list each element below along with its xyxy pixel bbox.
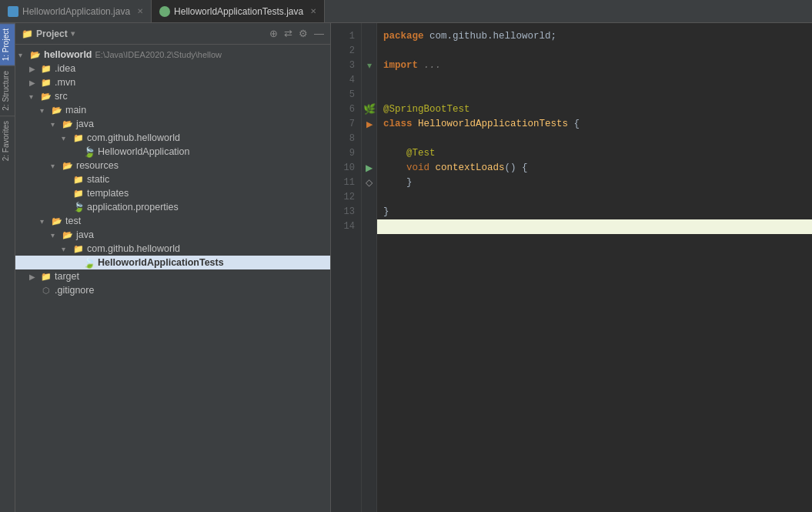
line-num-6: 6 <box>331 102 361 117</box>
code-line-9: @Test <box>383 146 812 161</box>
tree-arrow-mvn: ▶ <box>29 79 40 87</box>
code-line-3: import ... <box>383 59 812 73</box>
gear-icon[interactable]: ⚙ <box>299 28 308 39</box>
tree-arrow-idea: ▶ <box>29 65 40 73</box>
tree-item-helloworld[interactable]: ▾ 📂 helloworld E:\Java\IDEA2020.2\Study\… <box>15 48 330 62</box>
tree-label-idea: .idea <box>55 63 75 74</box>
tree-item-java-main[interactable]: ▾ 📂 java <box>15 117 330 131</box>
sync-icon[interactable]: ⇄ <box>284 28 292 39</box>
tree-arrow-com-test: ▾ <box>62 245 72 253</box>
tree-item-HelloworldApplicationTests[interactable]: 🍃 HelloworldApplicationTests <box>15 256 330 269</box>
gutter-7: ▶ <box>362 117 376 132</box>
tab-close-1[interactable]: ✕ <box>137 7 143 15</box>
sidebar-item-structure[interactable]: 2: Structure <box>0 65 15 115</box>
java-file-icon <box>8 6 18 17</box>
tree-label-test: test <box>65 216 81 226</box>
tree-label-com-main: com.github.helloworld <box>87 132 180 143</box>
tab-helloworld-tests[interactable]: HelloworldApplicationTests.java ✕ <box>152 0 325 22</box>
run-marker[interactable]: ▶ <box>366 161 373 176</box>
tree-item-HelloworldApplication[interactable]: 🍃 HelloworldApplication <box>15 145 330 159</box>
props-icon: 🍃 <box>72 201 85 213</box>
gutter-14 <box>362 219 376 234</box>
code-line-12 <box>383 190 812 205</box>
tree-label-static: static <box>87 174 109 185</box>
line-num-9: 9 <box>331 146 361 161</box>
tree-item-src[interactable]: ▾ 📂 src <box>15 89 330 103</box>
gutter-1 <box>362 29 376 44</box>
folder-resources-icon: 📂 <box>62 159 74 172</box>
folder-com-test-icon: 📁 <box>72 243 85 255</box>
minimize-icon[interactable]: — <box>314 28 324 39</box>
line-num-8: 8 <box>331 132 361 146</box>
tree-arrow-java-test: ▾ <box>51 231 62 239</box>
tree-item-com-test[interactable]: ▾ 📁 com.github.helloworld <box>15 242 330 256</box>
tree-label-java-main: java <box>76 119 94 129</box>
folder-src-icon: 📂 <box>40 90 52 102</box>
tree-item-resources[interactable]: ▾ 📂 resources <box>15 159 330 172</box>
tree-item-static[interactable]: 📁 static <box>15 172 330 186</box>
tree-label-gitignore: .gitignore <box>55 285 94 296</box>
line-num-2: 2 <box>331 44 361 59</box>
tree-item-com-main[interactable]: ▾ 📁 com.github.helloworld <box>15 131 330 145</box>
folder-test-icon: 📂 <box>51 215 63 227</box>
tree-item-templates[interactable]: 📁 templates <box>15 186 330 200</box>
folder-idea-icon: 📁 <box>40 62 52 75</box>
tab-close-2[interactable]: ✕ <box>310 7 316 15</box>
folder-static-icon: 📁 <box>72 173 85 186</box>
tree-arrow-java-main: ▾ <box>51 120 62 129</box>
code-line-1: package com.github.helloworld; <box>383 29 812 44</box>
tree-item-java-test[interactable]: ▾ 📂 java <box>15 228 330 242</box>
folder-icon: 📁 <box>22 28 33 39</box>
folder-com-main-icon: 📁 <box>72 132 85 144</box>
line-num-4: 4 <box>331 73 361 88</box>
editor-area: 1 2 3 4 5 6 7 8 9 10 11 12 13 14 ▾ <box>331 23 812 512</box>
project-tree: ▾ 📂 helloworld E:\Java\IDEA2020.2\Study\… <box>15 45 330 512</box>
tree-item-target[interactable]: ▶ 📁 target <box>15 269 330 283</box>
gutter-12 <box>362 190 376 205</box>
tree-item-appprops[interactable]: 🍃 application.properties <box>15 200 330 214</box>
gutter: ▾ 🌿 ▶ ▶ ◇ <box>362 23 377 512</box>
code-line-2 <box>383 44 812 59</box>
tree-item-test[interactable]: ▾ 📂 test <box>15 214 330 228</box>
spring-icon-helloworld: 🍃 <box>83 146 95 158</box>
gutter-6: 🌿 <box>362 102 376 117</box>
dropdown-arrow-icon[interactable]: ▾ <box>71 29 75 38</box>
line-num-1: 1 <box>331 29 361 44</box>
left-side-panel: 1: Project 2: Structure 2: Favorites <box>0 23 15 512</box>
tree-arrow-helloworld: ▾ <box>18 51 29 59</box>
tree-item-main[interactable]: ▾ 📂 main <box>15 103 330 117</box>
code-area: 1 2 3 4 5 6 7 8 9 10 11 12 13 14 ▾ <box>331 23 812 512</box>
class-arrow-marker[interactable]: ▶ <box>366 118 373 131</box>
code-line-11: } <box>383 176 812 190</box>
tree-label-helloworld: helloworld <box>44 49 92 60</box>
gutter-5 <box>362 88 376 102</box>
folder-main-icon: 📂 <box>51 104 63 116</box>
main-area: 1: Project 2: Structure 2: Favorites 📁 P… <box>0 23 812 512</box>
code-content[interactable]: package com.github.helloworld; import ..… <box>377 23 812 512</box>
tree-item-mvn[interactable]: ▶ 📁 .mvn <box>15 75 330 89</box>
code-line-7: class HelloworldApplicationTests { <box>383 117 812 132</box>
tree-arrow-test: ▾ <box>40 217 51 226</box>
folder-java-main-icon: 📂 <box>62 118 74 130</box>
tree-label-templates: templates <box>87 188 129 199</box>
tree-arrow-target: ▶ <box>29 273 40 281</box>
line-num-3: 3 <box>331 59 361 73</box>
tree-arrow-src: ▾ <box>29 92 40 101</box>
folder-templates-icon: 📁 <box>72 187 85 199</box>
tab-helloworld-application[interactable]: HelloworldApplication.java ✕ <box>0 0 152 22</box>
collapse-marker[interactable]: ▾ <box>367 59 372 73</box>
line-num-10: 10 <box>331 161 361 176</box>
folder-java-test-icon: 📂 <box>62 229 74 241</box>
globe-icon[interactable]: ⊕ <box>269 28 278 39</box>
project-panel: 📁 Project ▾ ⊕ ⇄ ⚙ — ▾ 📂 helloworld E:\Ja… <box>15 23 331 512</box>
sidebar-item-project[interactable]: 1: Project <box>0 23 15 65</box>
tree-item-gitignore[interactable]: ⬡ .gitignore <box>15 283 330 297</box>
sidebar-item-favorites[interactable]: 2: Favorites <box>0 115 15 166</box>
line-num-11: 11 <box>331 176 361 190</box>
code-line-8 <box>383 132 812 146</box>
tree-item-idea[interactable]: ▶ 📁 .idea <box>15 62 330 75</box>
tree-label-target: target <box>55 271 79 282</box>
folder-target-icon: 📁 <box>40 270 52 283</box>
code-line-6: @SpringBootTest <box>383 102 812 117</box>
tree-arrow-main: ▾ <box>40 106 51 115</box>
